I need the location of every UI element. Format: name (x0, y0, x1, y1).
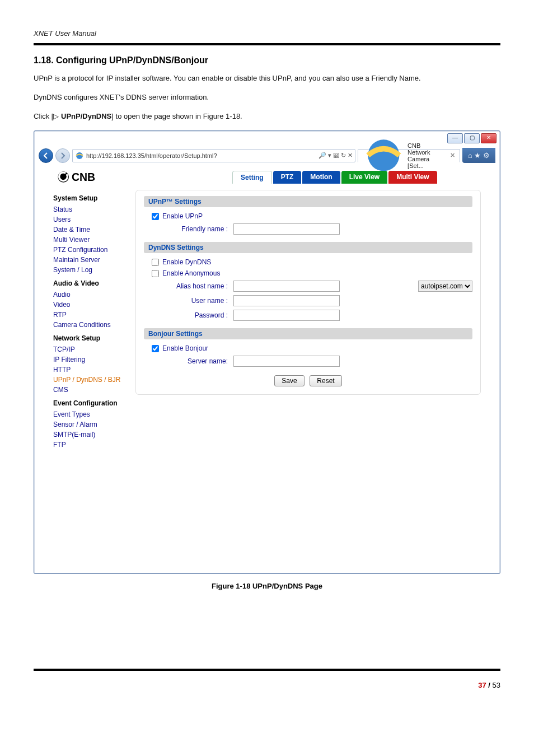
sidebar-item-ipfilter[interactable]: IP Filtering (53, 354, 125, 365)
enable-dyndns-checkbox[interactable] (152, 259, 159, 266)
sidebar-item-eventtypes[interactable]: Event Types (53, 409, 125, 419)
sidebar-item-status[interactable]: Status (53, 204, 125, 214)
tab-close-icon[interactable]: ✕ (450, 152, 455, 159)
reset-button[interactable]: Reset (310, 375, 341, 386)
nav-back-button[interactable] (39, 148, 53, 163)
app-body: System Setup Status Users Date & Time Mu… (53, 190, 481, 450)
window-maximize-button[interactable]: ▢ (464, 133, 480, 143)
dyndns-section-title: DynDNS Settings (144, 242, 472, 253)
page-footer: 37 / 53 (34, 669, 500, 689)
header-rule (34, 43, 500, 45)
password-label: Password : (144, 311, 233, 319)
friendly-name-input[interactable] (233, 223, 340, 235)
username-input[interactable] (233, 295, 340, 306)
tab-live-view[interactable]: Live View (341, 171, 387, 184)
ie-toolbar-icons[interactable]: ⌂ ★ ⚙ (462, 148, 495, 163)
domain-select[interactable]: autoipset.com (418, 281, 472, 292)
paragraph-1: UPnP is a protocol for IP installer soft… (34, 71, 500, 86)
settings-panel: UPnP™ Settings Enable UPnP Friendly name… (135, 190, 481, 450)
arrow-left-icon (43, 152, 49, 159)
app-tabs: Setting PTZ Motion Live View Multi View (232, 171, 437, 184)
sidebar-group-event: Event Configuration (53, 399, 125, 407)
enable-bonjour-checkbox[interactable] (152, 345, 159, 352)
sidebar-item-audio[interactable]: Audio (53, 290, 125, 300)
sidebar-item-cms[interactable]: CMS (53, 385, 125, 395)
alias-host-input[interactable] (233, 281, 340, 292)
sidebar-item-users[interactable]: Users (53, 214, 125, 225)
cnb-logo: CNB (53, 169, 143, 185)
enable-dyndns-label: Enable DynDNS (162, 258, 211, 266)
enable-upnp-checkbox[interactable] (152, 213, 159, 220)
enable-bonjour-label: Enable Bonjour (162, 344, 208, 352)
app-area: CNB Setting PTZ Motion Live View Multi V… (53, 169, 481, 450)
sidebar-item-http[interactable]: HTTP (53, 365, 125, 375)
sidebar-item-tcpip[interactable]: TCP/IP (53, 344, 125, 354)
server-name-label: Server name: (144, 357, 233, 365)
tab-multi-view[interactable]: Multi View (388, 171, 437, 184)
upnp-section-title: UPnP™ Settings (144, 196, 472, 207)
ie-icon (75, 151, 84, 160)
sidebar-group-av: Audio & Video (53, 279, 125, 287)
tab-setting[interactable]: Setting (232, 171, 272, 184)
window-minimize-button[interactable]: — (447, 133, 463, 143)
enable-anonymous-checkbox[interactable] (152, 270, 159, 277)
sidebar-item-systemlog[interactable]: System / Log (53, 265, 125, 275)
sidebar-item-maintain[interactable]: Maintain Server (53, 255, 125, 265)
button-row: Save Reset (144, 375, 472, 386)
save-button[interactable]: Save (274, 375, 304, 386)
sidebar-group-network: Network Setup (53, 334, 125, 342)
paragraph-2: DynDNS configures XNET's DDNS server inf… (34, 90, 500, 105)
friendly-name-label: Friendly name : (144, 225, 233, 233)
section-heading: 1.18. Configuring UPnP/DynDNS/Bonjour (34, 55, 500, 66)
window-close-button[interactable]: ✕ (481, 133, 496, 143)
window-controls: — ▢ ✕ (447, 133, 496, 143)
figure-caption: Figure 1-18 UPnP/DynDNS Page (34, 582, 500, 590)
address-url: http://192.168.123.35/html/operator/Setu… (86, 152, 316, 159)
server-name-input[interactable] (233, 356, 340, 367)
address-bar[interactable]: http://192.168.123.35/html/operator/Setu… (72, 149, 355, 162)
sidebar-item-sensor[interactable]: Sensor / Alarm (53, 419, 125, 430)
app-header: CNB Setting PTZ Motion Live View Multi V… (53, 169, 481, 185)
settings-fieldset: UPnP™ Settings Enable UPnP Friendly name… (135, 190, 481, 395)
alias-host-label: Alias host name : (144, 282, 233, 290)
p3-pre: Click [▷ (34, 112, 61, 120)
svg-point-1 (368, 139, 400, 171)
svg-point-0 (76, 152, 83, 159)
sidebar-item-camera[interactable]: Camera Conditions (53, 320, 125, 330)
sidebar-item-datetime[interactable]: Date & Time (53, 225, 125, 235)
browser-tab-title: CNB Network Camera [Set... (407, 142, 444, 169)
bonjour-section-title: Bonjour Settings (144, 328, 472, 339)
page-number: 37 / 53 (34, 681, 500, 689)
nav-forward-button[interactable] (55, 148, 70, 163)
sidebar-item-video[interactable]: Video (53, 300, 125, 310)
sidebar-item-ptzconfig[interactable]: PTZ Configuration (53, 245, 125, 255)
page-sep: / (486, 681, 493, 689)
browser-tab[interactable]: CNB Network Camera [Set... ✕ (358, 149, 460, 162)
username-label: User name : (144, 297, 233, 305)
tab-ptz[interactable]: PTZ (273, 171, 302, 184)
p3-bold: UPnP/DynDNS (61, 112, 111, 120)
sidebar-item-smtp[interactable]: SMTP(E-mail) (53, 430, 125, 440)
enable-anonymous-label: Enable Anonymous (162, 269, 220, 277)
page-current: 37 (478, 681, 486, 689)
enable-upnp-label: Enable UPnP (162, 212, 203, 220)
paragraph-3: Click [▷ UPnP/DynDNS] to open the page s… (34, 109, 500, 124)
manual-title: XNET User Manual (34, 29, 500, 38)
sidebar-item-ftp[interactable]: FTP (53, 440, 125, 450)
address-tools[interactable]: 🔎 ▾ 🗟 ↻ ✕ (316, 152, 355, 159)
arrow-right-icon (59, 152, 66, 159)
p3-post: ] to open the page shown in Figure 1-18. (111, 112, 242, 120)
page-total: 53 (493, 681, 500, 689)
sidebar-group-system: System Setup (53, 194, 125, 202)
sidebar: System Setup Status Users Date & Time Mu… (53, 190, 125, 450)
sidebar-item-rtp[interactable]: RTP (53, 310, 125, 320)
browser-window: — ▢ ✕ http://192.168.123.35/html/operato… (34, 130, 500, 574)
tab-motion[interactable]: Motion (302, 171, 340, 184)
browser-address-row: http://192.168.123.35/html/operator/Setu… (34, 131, 500, 163)
sidebar-item-multiviewer[interactable]: Multi Viewer (53, 235, 125, 245)
password-input[interactable] (233, 310, 340, 321)
sidebar-item-upnp[interactable]: UPnP / DynDNS / BJR (53, 375, 125, 385)
footer-rule (34, 669, 500, 671)
